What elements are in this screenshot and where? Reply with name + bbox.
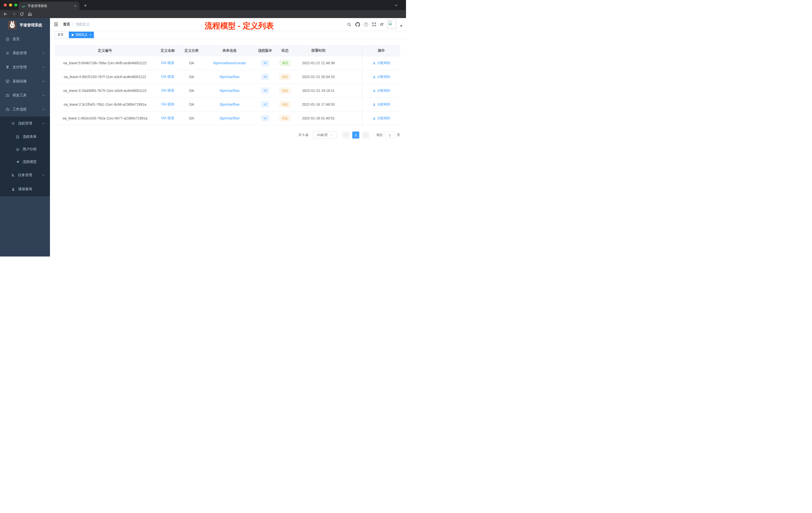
assign-rule-button[interactable]: 分配规则	[373, 102, 390, 107]
cell-definition-id: oa_leave:5:004b710b-7b8a-11ec-8ef0-acde4…	[55, 61, 155, 65]
flow-tree-icon	[11, 174, 15, 177]
font-size-icon[interactable]: tT	[380, 22, 383, 27]
toolbox-icon	[5, 93, 9, 97]
chevron-up-icon	[42, 122, 45, 125]
sidebar-item-process-model[interactable]: 流程模型	[0, 156, 50, 168]
col-header-status: 状态	[274, 49, 296, 53]
tag-close-icon[interactable]: ×	[90, 33, 91, 36]
close-window-button[interactable]	[4, 3, 7, 6]
dashboard-icon	[5, 37, 9, 41]
definition-name-link[interactable]: OA 请假	[161, 74, 174, 79]
person-icon	[373, 89, 376, 92]
chevron-down-icon	[42, 52, 45, 55]
browser-tab[interactable]: 芋道管理系统 ×	[19, 2, 79, 10]
form-link[interactable]: /bpm/oa/flow	[220, 75, 239, 79]
next-page-button[interactable]	[362, 131, 369, 139]
reload-icon[interactable]	[20, 12, 24, 16]
person-icon	[11, 187, 15, 191]
goto-page-input[interactable]	[385, 131, 395, 139]
user-avatar[interactable]	[387, 20, 396, 29]
cell-definition-id: oa_leave:1:482ec033-762a-11ec-8477-a2380…	[55, 116, 155, 120]
chevron-up-icon	[42, 108, 45, 111]
forward-icon[interactable]	[11, 12, 16, 16]
chevron-left-icon	[345, 133, 348, 137]
main-area: 首页 / 流程定义 ? tT	[50, 18, 406, 256]
form-link[interactable]: /bpm/oa/flow	[220, 89, 239, 93]
breadcrumb-separator: /	[72, 22, 73, 27]
person-icon	[373, 117, 376, 120]
sidebar-item-task-mgmt[interactable]: 任务管理	[0, 168, 50, 182]
page-size-select[interactable]: 10条/页	[313, 131, 337, 139]
logo-title: 芋道管理系统	[20, 23, 42, 28]
sidebar-item-process-form[interactable]: 流程表单	[0, 130, 50, 143]
github-icon[interactable]	[355, 22, 360, 27]
status-badge: 挂起	[280, 74, 290, 80]
page-unit-label: 页	[397, 133, 400, 137]
cell-definition-id: oa_leave:3:1fad3d93-7b75-11ec-a3c8-acde4…	[55, 89, 155, 93]
sidebar-item-home[interactable]: 首页	[0, 32, 50, 46]
sidebar: 芋道管理系统 首页 系统管理 ¥ 支付管理	[0, 18, 50, 256]
chevron-down-icon	[42, 66, 45, 69]
table-row: oa_leave:2:3c1f0ef1-76b1-11ec-9c66-a2380…	[55, 98, 400, 112]
tag-home[interactable]: 首页	[55, 32, 66, 38]
definition-name-link[interactable]: OA 请假	[161, 88, 174, 93]
sidebar-item-payment[interactable]: ¥ 支付管理	[0, 60, 50, 74]
prev-page-button[interactable]	[343, 131, 349, 139]
goto-label: 前往	[376, 133, 383, 137]
maximize-window-button[interactable]	[14, 3, 17, 6]
tag-process-definition[interactable]: 流程定义 ×	[69, 32, 94, 38]
sidebar-item-infrastructure[interactable]: 基础设施	[0, 74, 50, 88]
definition-name-link[interactable]: OA 请假	[161, 61, 174, 65]
current-page-button[interactable]: 1	[352, 131, 359, 139]
logo-avatar	[8, 21, 17, 29]
tab-close-icon[interactable]: ×	[74, 4, 76, 8]
chevron-down-icon	[42, 94, 45, 97]
sidebar-item-user-group[interactable]: 用户分组	[0, 143, 50, 156]
sidebar-item-dev-tools[interactable]: 研发工具	[0, 88, 50, 102]
assign-rule-button[interactable]: 分配规则	[373, 88, 390, 93]
sidebar-item-process-mgmt[interactable]: 流程管理	[0, 117, 50, 130]
back-icon[interactable]	[3, 12, 8, 16]
avatar-caret-icon[interactable]	[400, 25, 403, 27]
assign-rule-button[interactable]: 分配规则	[373, 61, 390, 65]
definition-name-link[interactable]: OA 请假	[161, 102, 174, 107]
assign-rule-button[interactable]: 分配规则	[373, 116, 390, 120]
definition-name-link[interactable]: OA 请假	[161, 116, 174, 120]
assign-rule-button[interactable]: 分配规则	[373, 74, 390, 79]
pagination-total: 共 5 条	[298, 133, 309, 137]
version-tag: v5	[261, 60, 269, 66]
person-icon	[373, 61, 376, 65]
active-tag-dot	[71, 34, 74, 36]
face-icon	[16, 148, 20, 151]
gear-icon	[5, 51, 9, 55]
chevron-right-icon	[364, 133, 367, 137]
new-tab-button[interactable]: +	[82, 2, 89, 8]
status-badge: 挂起	[280, 101, 290, 108]
form-link[interactable]: /bpm/oa/flow	[220, 116, 239, 120]
sidebar-toggle-icon[interactable]	[54, 22, 58, 27]
browser-window: 芋道管理系统 × + 不安全 dashboard.yudao.iocoder.c…	[0, 0, 406, 256]
fullscreen-icon[interactable]	[372, 22, 377, 27]
tab-search-chevron-icon[interactable]	[394, 3, 398, 7]
breadcrumb-home[interactable]: 首页	[63, 22, 70, 27]
annotation-title: 流程模型 - 定义列表	[205, 21, 274, 31]
sidebar-item-system[interactable]: 系统管理	[0, 46, 50, 60]
tab-title: 芋道管理系统	[28, 4, 74, 8]
home-icon[interactable]	[28, 12, 32, 16]
cell-category: OA	[180, 61, 203, 65]
cell-definition-id: oa_leave:4:991f2193-7b7f-11ec-a3c8-acde4…	[55, 75, 155, 79]
breadcrumb: 首页 / 流程定义	[63, 22, 90, 27]
search-icon[interactable]	[347, 22, 351, 27]
help-icon[interactable]: ?	[364, 22, 368, 27]
minimize-window-button[interactable]	[9, 3, 12, 6]
col-header-deploy-time: 部署时间	[296, 49, 341, 53]
col-header-version: 流程版本	[256, 49, 274, 53]
definition-table: 定义编号 定义名称 定义分类 表单信息 流程版本 状态 部署时间 操作 oa_l…	[55, 45, 400, 125]
sidebar-item-workflow[interactable]: 工作流程	[0, 102, 50, 117]
form-link[interactable]: /bpm/oa/leave/create	[213, 61, 246, 65]
col-header-actions: 操作	[362, 45, 400, 56]
form-link[interactable]: /bpm/oa/flow	[220, 102, 239, 107]
sidebar-item-leave-query[interactable]: 请假查询	[0, 182, 50, 196]
cell-category: OA	[180, 89, 203, 93]
yuan-icon: ¥	[5, 65, 9, 70]
